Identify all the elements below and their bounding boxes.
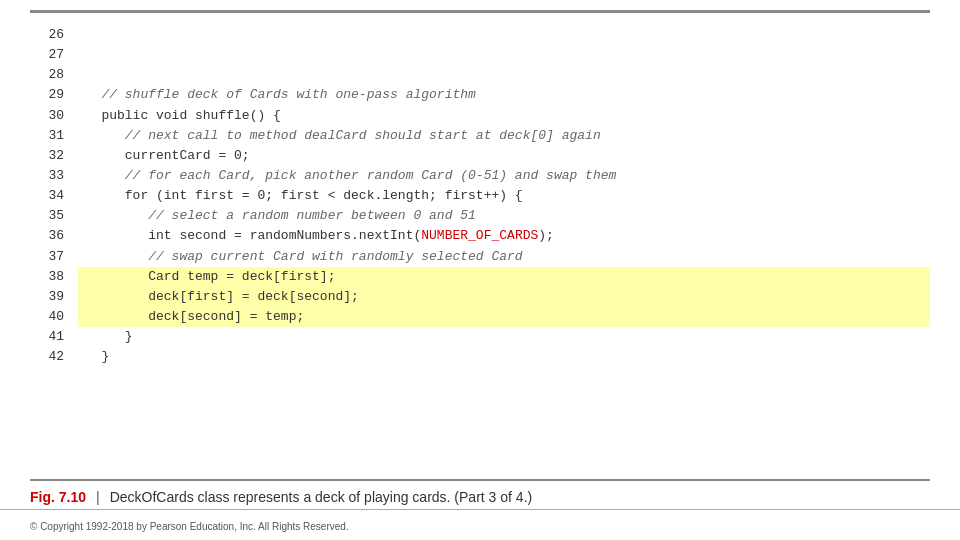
line-number: 29 — [30, 85, 64, 105]
line-number: 33 — [30, 166, 64, 186]
page: 2627282930313233343536373839404142 // sh… — [0, 0, 960, 540]
constant-highlight: NUMBER_OF_CARDS — [421, 228, 538, 243]
line-number: 37 — [30, 247, 64, 267]
code-line: int second = randomNumbers.nextInt(NUMBE… — [78, 226, 930, 246]
code-line: // shuffle deck of Cards with one-pass a… — [78, 85, 930, 105]
code-line: } — [78, 327, 930, 347]
fig-caption-text: DeckOfCards class represents a deck of p… — [110, 489, 533, 505]
code-line: public void shuffle() { — [78, 106, 930, 126]
fig-separator: | — [96, 489, 100, 505]
code-line: for (int first = 0; first < deck.length;… — [78, 186, 930, 206]
line-number: 32 — [30, 146, 64, 166]
code-line: } — [78, 347, 930, 367]
caption-area: Fig. 7.10 | DeckOfCards class represents… — [0, 481, 960, 510]
line-number: 34 — [30, 186, 64, 206]
copyright-area: © Copyright 1992-2018 by Pearson Educati… — [0, 510, 960, 540]
line-number: 40 — [30, 307, 64, 327]
code-area: 2627282930313233343536373839404142 // sh… — [0, 13, 960, 479]
line-number: 41 — [30, 327, 64, 347]
fig-label: Fig. 7.10 — [30, 489, 86, 505]
code-line: deck[second] = temp; — [78, 307, 930, 327]
line-number: 38 — [30, 267, 64, 287]
line-numbers: 2627282930313233343536373839404142 — [30, 25, 78, 471]
line-number: 42 — [30, 347, 64, 367]
code-line: // next call to method dealCard should s… — [78, 126, 930, 146]
code-line: // select a random number between 0 and … — [78, 206, 930, 226]
line-number: 39 — [30, 287, 64, 307]
line-number: 27 — [30, 45, 64, 65]
code-line: deck[first] = deck[second]; — [78, 287, 930, 307]
code-line: // swap current Card with randomly selec… — [78, 247, 930, 267]
line-number: 30 — [30, 106, 64, 126]
line-number: 35 — [30, 206, 64, 226]
code-line: // for each Card, pick another random Ca… — [78, 166, 930, 186]
line-number: 31 — [30, 126, 64, 146]
line-number: 26 — [30, 25, 64, 45]
copyright-text: © Copyright 1992-2018 by Pearson Educati… — [30, 521, 349, 532]
line-number: 36 — [30, 226, 64, 246]
line-number: 28 — [30, 65, 64, 85]
code-content: // shuffle deck of Cards with one-pass a… — [78, 25, 930, 471]
code-line: currentCard = 0; — [78, 146, 930, 166]
code-line: Card temp = deck[first]; — [78, 267, 930, 287]
